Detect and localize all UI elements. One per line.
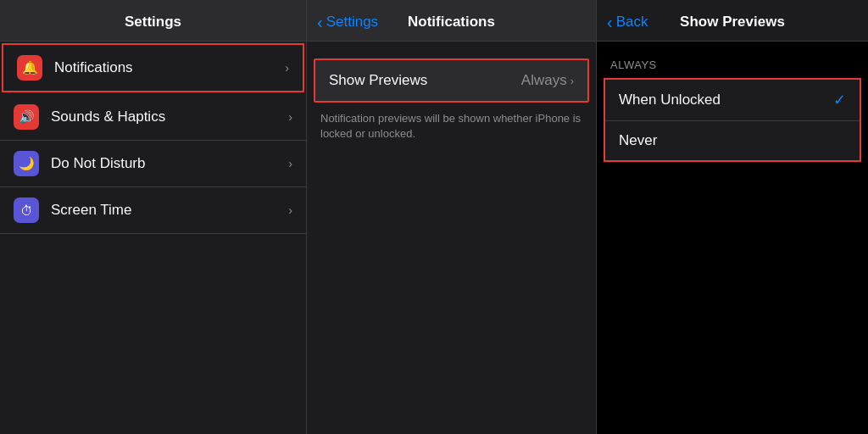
dnd-chevron: › (288, 157, 292, 170)
screentime-icon: ⏱ (14, 198, 39, 223)
when-unlocked-checkmark: ✓ (833, 91, 846, 109)
notifications-back-button[interactable]: Settings (317, 13, 378, 32)
sounds-chevron: › (288, 110, 292, 124)
notifications-header: Settings Notifications (307, 0, 596, 42)
dnd-icon: 🌙 (14, 151, 39, 176)
settings-row-notifications[interactable]: 🔔 Notifications › (2, 43, 304, 92)
back-chevron-icon (607, 13, 613, 32)
notifications-title: Notifications (408, 14, 495, 31)
back-label: Settings (326, 14, 378, 31)
never-label: Never (619, 132, 657, 149)
when-unlocked-label: When Unlocked (619, 92, 721, 108)
back-label: Back (616, 14, 648, 31)
screentime-chevron: › (288, 203, 292, 217)
show-previews-header: Back Show Previews (597, 0, 868, 42)
screentime-label: Screen Time (51, 202, 288, 219)
settings-row-sounds[interactable]: 🔊 Sounds & Haptics › (0, 94, 306, 141)
settings-row-dnd[interactable]: 🌙 Do Not Disturb › (0, 141, 306, 187)
notifications-panel: Settings Notifications Show Previews Alw… (307, 0, 597, 434)
settings-list: 🔔 Notifications › 🔊 Sounds & Haptics › 🌙… (0, 42, 306, 234)
notifications-label: Notifications (54, 59, 285, 76)
never-option[interactable]: Never (605, 121, 860, 160)
show-previews-back-button[interactable]: Back (607, 13, 648, 32)
settings-header: Settings (0, 0, 306, 42)
previews-section-header: Always (597, 42, 868, 78)
notifications-description: Notification previews will be shown whet… (307, 103, 596, 150)
settings-row-screentime[interactable]: ⏱ Screen Time › (0, 187, 306, 234)
show-previews-value: Always › (521, 72, 574, 89)
notifications-content: Show Previews Always › Notification prev… (307, 42, 596, 150)
show-previews-title: Show Previews (680, 14, 785, 31)
sounds-label: Sounds & Haptics (51, 108, 288, 125)
show-previews-chevron: › (570, 75, 574, 87)
dnd-label: Do Not Disturb (51, 155, 288, 172)
notifications-icon: 🔔 (17, 55, 42, 81)
show-previews-row[interactable]: Show Previews Always › (314, 58, 589, 103)
back-chevron-icon (317, 13, 323, 32)
show-previews-panel: Back Show Previews Always When Unlocked … (597, 0, 868, 434)
settings-title: Settings (125, 14, 181, 30)
settings-panel: Settings 🔔 Notifications › 🔊 Sounds & Ha… (0, 0, 307, 434)
when-unlocked-option[interactable]: When Unlocked ✓ (605, 80, 860, 121)
previews-options-list: When Unlocked ✓ Never (604, 78, 861, 162)
notifications-chevron: › (285, 61, 289, 75)
show-previews-label: Show Previews (329, 72, 427, 89)
sounds-icon: 🔊 (14, 104, 39, 130)
